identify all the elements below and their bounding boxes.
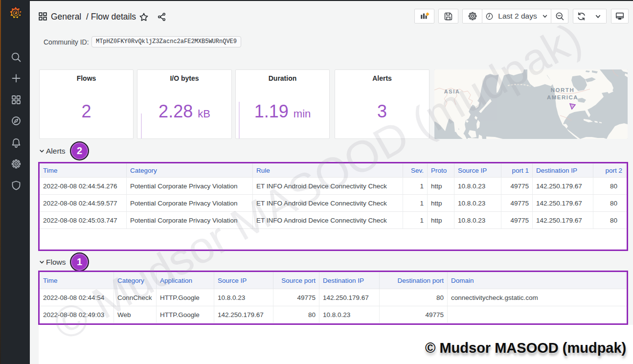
svg-text:NORTH: NORTH — [551, 87, 574, 93]
svg-text:ASIA: ASIA — [444, 89, 460, 94]
svg-text:AMERICA: AMERICA — [547, 94, 578, 100]
